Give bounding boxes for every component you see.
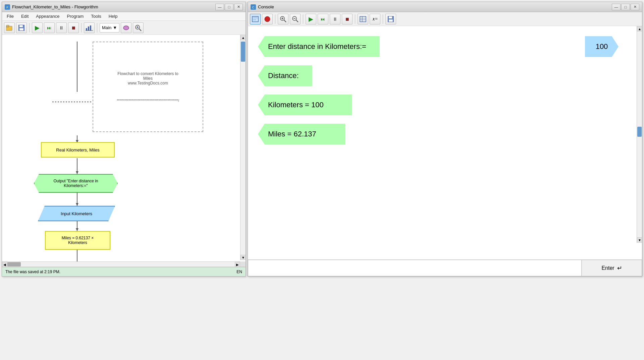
console-title-left: C Console <box>251 4 274 10</box>
title-bar-controls: — □ ✕ <box>215 4 243 10</box>
scroll-left-button[interactable]: ◀ <box>2 262 7 267</box>
console-stop-button[interactable]: ⏹ <box>342 14 353 24</box>
svg-rect-50 <box>389 19 393 22</box>
input-bubble-1: 100 <box>585 36 619 57</box>
left-window-title: Flowchart_Kilometer_to_Miles - Flowgorit… <box>12 4 98 9</box>
console-window: C Console — □ ✕ <box>248 2 642 277</box>
fc-comment: Flowchart to convert Kilometers to Miles… <box>93 42 203 132</box>
dropdown-arrow: ▼ <box>113 25 117 30</box>
menu-appearance[interactable]: Appearance <box>33 13 63 19</box>
console-minimize-button[interactable]: — <box>612 4 621 10</box>
svg-rect-3 <box>6 25 9 26</box>
console-stop-circle-button[interactable] <box>262 14 273 24</box>
console-input-field[interactable] <box>248 260 582 276</box>
fc-input[interactable]: Input Kilometers <box>38 206 115 221</box>
title-bar-left: F Flowchart_Kilometer_to_Miles - Flowgor… <box>5 4 98 10</box>
menu-edit[interactable]: Edit <box>18 13 32 19</box>
console-toolbar: ▶ ⏭ ⏸ ⏹ 𝑥= <box>248 12 642 26</box>
console-scroll-up[interactable]: ▲ <box>637 26 642 32</box>
status-message: The file was saved at 2:19 PM. <box>5 269 60 274</box>
step-button[interactable]: ⏭ <box>44 22 55 33</box>
output-bubble-2: Distance: <box>258 65 312 86</box>
svg-rect-34 <box>253 19 256 20</box>
app-icon: F <box>5 4 10 10</box>
console-zoom-in-button[interactable] <box>278 14 288 24</box>
status-bar: The file was saved at 2:19 PM. EN <box>2 267 246 276</box>
scrollbar-corner <box>240 261 246 267</box>
console-step-button[interactable]: ⏭ <box>318 14 328 24</box>
menu-tools[interactable]: Tools <box>88 13 104 19</box>
svg-rect-5 <box>19 25 23 27</box>
fc-declare[interactable]: Real Kilometers, Miles <box>41 142 115 158</box>
chart-button[interactable] <box>84 22 95 33</box>
close-button[interactable]: ✕ <box>234 4 243 10</box>
console-separator-4 <box>383 14 383 24</box>
console-scroll-down[interactable]: ▼ <box>637 237 642 243</box>
svg-rect-9 <box>90 25 91 31</box>
console-enter-button[interactable]: Enter ↵ <box>582 260 642 276</box>
flowgorithm-window: F Flowchart_Kilometer_to_Miles - Flowgor… <box>2 2 246 277</box>
menu-program[interactable]: Program <box>63 13 87 19</box>
console-title-bar: C Console — □ ✕ <box>248 2 642 12</box>
left-title-bar: F Flowchart_Kilometer_to_Miles - Flowgor… <box>2 2 246 12</box>
minimize-button[interactable]: — <box>215 4 224 10</box>
comment-text: Flowchart to convert Kilometers to Miles… <box>117 71 179 103</box>
console-separator-2 <box>303 14 303 24</box>
svg-point-36 <box>266 18 269 20</box>
svg-rect-8 <box>88 26 89 31</box>
console-row-1: Enter distance in Kilometers:= 100 <box>258 36 632 57</box>
console-variable-button[interactable]: 𝑥= <box>370 14 380 24</box>
console-scroll-thumb[interactable] <box>637 127 642 137</box>
vertical-scrollbar[interactable]: ▲ ▼ <box>240 35 246 260</box>
console-scrollbar[interactable]: ▲ ▼ <box>637 26 642 243</box>
scroll-up-button[interactable]: ▲ <box>240 35 246 40</box>
svg-line-13 <box>139 29 141 31</box>
svg-marker-21 <box>76 171 78 174</box>
menu-file[interactable]: File <box>3 13 17 19</box>
scroll-thumb-h[interactable] <box>7 262 21 266</box>
console-title-controls: — □ ✕ <box>612 4 639 10</box>
horizontal-scrollbar[interactable]: ◀ ▶ <box>2 261 240 267</box>
svg-text:C: C <box>252 6 255 9</box>
console-play-button[interactable]: ▶ <box>306 14 316 24</box>
stop-button[interactable]: ⏹ <box>68 22 79 33</box>
console-content: Enter distance in Kilometers:= 100 Dista… <box>248 26 642 259</box>
main-dropdown[interactable]: Main ▼ <box>100 23 119 33</box>
play-button[interactable]: ▶ <box>32 22 43 33</box>
console-save-button[interactable] <box>385 14 396 24</box>
console-separator-1 <box>275 14 275 24</box>
console-close-button[interactable]: ✕ <box>631 4 639 10</box>
menu-help[interactable]: Help <box>105 13 121 19</box>
enter-button-label: Enter <box>601 265 614 271</box>
svg-rect-7 <box>86 28 87 31</box>
open-button[interactable] <box>4 22 15 33</box>
svg-point-11 <box>123 26 129 30</box>
shape-button[interactable] <box>121 22 131 33</box>
svg-marker-23 <box>76 203 78 206</box>
svg-marker-25 <box>76 228 78 231</box>
scroll-right-button[interactable]: ▶ <box>235 262 240 267</box>
maximize-button[interactable]: □ <box>225 4 233 10</box>
console-row-2: Distance: <box>258 65 632 86</box>
canvas-area[interactable]: Flowchart to convert Kilometers to Miles… <box>2 35 246 267</box>
console-row-4: Miles = 62.137 <box>258 124 632 144</box>
scroll-thumb-v[interactable] <box>241 42 245 62</box>
save-button[interactable] <box>16 22 27 33</box>
left-toolbar: ▶ ⏭ ⏸ ⏹ Main ▼ <box>2 21 246 35</box>
console-zoom-out-button[interactable] <box>290 14 301 24</box>
console-select-button[interactable] <box>250 14 261 24</box>
fc-output1[interactable]: Output "Enter distance inKilometers:=" <box>34 174 118 193</box>
console-maximize-button[interactable]: □ <box>621 4 630 10</box>
svg-line-42 <box>296 20 298 22</box>
scroll-down-button[interactable]: ▼ <box>240 255 246 260</box>
separator-2 <box>81 23 82 33</box>
pause-button[interactable]: ⏸ <box>56 22 67 33</box>
fc-assign[interactable]: Miles = 0.62137 ×Kilometers <box>45 231 110 250</box>
console-table-button[interactable] <box>358 14 368 24</box>
separator-1 <box>29 23 30 33</box>
console-pause-button[interactable]: ⏸ <box>330 14 340 24</box>
dropdown-label: Main <box>102 25 111 30</box>
zoom-button[interactable] <box>133 22 144 33</box>
flowchart: Flowchart to convert Kilometers to Miles… <box>2 35 246 267</box>
svg-rect-33 <box>253 17 258 18</box>
